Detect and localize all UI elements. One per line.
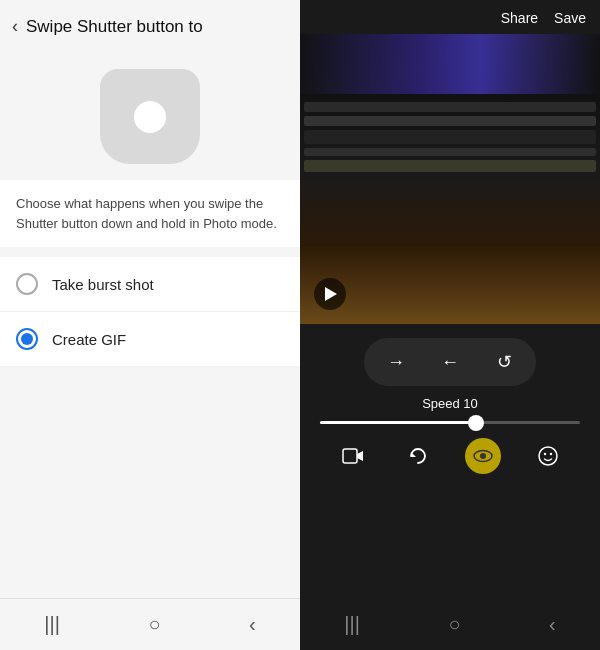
options-list: Take burst shot Create GIF <box>0 257 300 367</box>
slider-thumb[interactable] <box>468 415 484 431</box>
option-burst[interactable]: Take burst shot <box>0 257 300 312</box>
description-box: Choose what happens when you swipe the S… <box>0 180 300 247</box>
right-nav-back-icon[interactable]: ‹ <box>549 613 556 636</box>
radio-gif[interactable] <box>16 328 38 350</box>
video-stripe-5 <box>304 160 596 172</box>
video-background <box>300 34 600 324</box>
tool-video-button[interactable] <box>335 438 371 474</box>
left-header: ‹ Swipe Shutter button to <box>0 0 300 49</box>
tool-refresh-button[interactable] <box>400 438 436 474</box>
emoji-tool-icon <box>537 445 559 467</box>
description-text: Choose what happens when you swipe the S… <box>16 196 277 231</box>
speed-slider[interactable] <box>310 421 590 424</box>
svg-marker-1 <box>357 451 363 461</box>
video-tool-icon <box>342 445 364 467</box>
right-nav-bar: ||| ○ ‹ <box>300 599 600 650</box>
tool-emoji-button[interactable] <box>530 438 566 474</box>
video-middle <box>300 94 600 244</box>
save-button[interactable]: Save <box>554 10 586 26</box>
video-preview <box>300 34 600 324</box>
video-stripe-2 <box>304 116 596 126</box>
svg-rect-0 <box>343 449 357 463</box>
radio-burst[interactable] <box>16 273 38 295</box>
bottom-tools <box>310 434 590 478</box>
direction-buttons-group: → ← ↺ <box>364 338 536 386</box>
play-button[interactable] <box>314 278 346 310</box>
page-title: Swipe Shutter button to <box>26 17 203 37</box>
slider-track <box>320 421 580 424</box>
radio-gif-inner <box>21 333 33 345</box>
svg-point-5 <box>539 447 557 465</box>
refresh-tool-icon <box>407 445 429 467</box>
shutter-illustration <box>0 49 300 180</box>
video-stripe-3 <box>304 130 596 144</box>
video-stripe-1 <box>304 102 596 112</box>
reverse-button[interactable]: ↺ <box>480 344 528 380</box>
right-panel: Share Save → ← ↺ Speed 10 <box>300 0 600 650</box>
slider-fill <box>320 421 476 424</box>
backward-button[interactable]: ← <box>426 344 474 380</box>
play-icon <box>325 287 337 301</box>
option-gif-label: Create GIF <box>52 331 126 348</box>
left-panel: ‹ Swipe Shutter button to Choose what ha… <box>0 0 300 650</box>
back-icon[interactable]: ‹ <box>12 16 18 37</box>
right-nav-menu-icon[interactable]: ||| <box>344 613 360 636</box>
video-top <box>300 34 600 94</box>
tool-eye-button[interactable] <box>465 438 501 474</box>
left-nav-home-icon[interactable]: ○ <box>148 613 160 636</box>
shutter-circle <box>134 101 166 133</box>
speed-label: Speed 10 <box>422 396 478 411</box>
video-bottom <box>300 244 600 324</box>
option-burst-label: Take burst shot <box>52 276 154 293</box>
svg-point-7 <box>549 453 551 455</box>
svg-point-6 <box>543 453 545 455</box>
left-nav-back-icon[interactable]: ‹ <box>249 613 256 636</box>
right-header: Share Save <box>300 0 600 34</box>
svg-point-4 <box>480 453 486 459</box>
video-stripe-4 <box>304 148 596 156</box>
shutter-icon-graphic <box>100 69 200 164</box>
left-nav-menu-icon[interactable]: ||| <box>44 613 60 636</box>
controls-area: → ← ↺ Speed 10 <box>300 324 600 488</box>
svg-marker-2 <box>411 452 416 457</box>
eye-tool-icon <box>472 445 494 467</box>
forward-button[interactable]: → <box>372 344 420 380</box>
right-nav-home-icon[interactable]: ○ <box>448 613 460 636</box>
share-button[interactable]: Share <box>501 10 538 26</box>
option-gif[interactable]: Create GIF <box>0 312 300 367</box>
left-nav-bar: ||| ○ ‹ <box>0 598 300 650</box>
